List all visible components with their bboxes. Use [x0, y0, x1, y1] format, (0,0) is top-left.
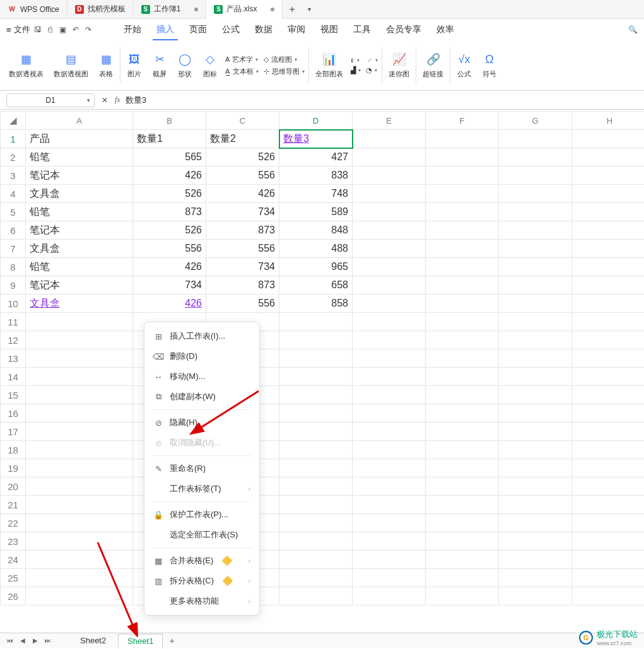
cell-E6[interactable] [353, 221, 426, 240]
row-header-11[interactable]: 11 [1, 313, 26, 331]
cell-G17[interactable] [499, 423, 572, 441]
cell-B2[interactable]: 565 [133, 148, 206, 167]
row-header-3[interactable]: 3 [1, 167, 26, 185]
cancel-icon[interactable]: ✕ [100, 95, 110, 105]
cell-H11[interactable] [572, 313, 645, 331]
cell-H14[interactable] [572, 368, 645, 386]
cell-F14[interactable] [426, 368, 499, 386]
sheet-nav-first[interactable]: ⏮ [5, 636, 15, 646]
cell-D5[interactable]: 589 [279, 203, 353, 221]
cell-F22[interactable] [426, 514, 499, 532]
cell-G14[interactable] [499, 368, 572, 386]
cell-F4[interactable] [426, 185, 499, 203]
row-header-17[interactable]: 17 [1, 423, 26, 441]
app-tab-product[interactable]: S产品.xlsx [206, 0, 283, 19]
cell-H15[interactable] [572, 386, 645, 404]
row-header-15[interactable]: 15 [1, 386, 26, 404]
app-tab-workbook[interactable]: S工作簿1 [134, 0, 207, 19]
ribbon-pivot-table[interactable]: ▦数据透视表 [4, 40, 49, 90]
cell-C6[interactable]: 873 [206, 221, 279, 240]
cell-H2[interactable] [572, 148, 645, 167]
row-header-7[interactable]: 7 [1, 240, 26, 258]
cell-A26[interactable] [26, 587, 133, 605]
menu-data[interactable]: 数据 [249, 21, 279, 38]
cell-F15[interactable] [426, 386, 499, 404]
cell-F25[interactable] [426, 569, 499, 587]
row-header-26[interactable]: 26 [1, 587, 26, 605]
cell-H21[interactable] [572, 496, 645, 514]
cell-D22[interactable] [279, 514, 353, 532]
cell-E23[interactable] [353, 532, 426, 551]
formula-input[interactable]: 数量3 [126, 95, 638, 106]
cell-E7[interactable] [353, 240, 426, 258]
ribbon-charts[interactable]: 📊全部图表 [310, 40, 348, 90]
add-tab-button[interactable]: + [283, 4, 301, 15]
cell-D19[interactable] [279, 459, 353, 477]
cell-F3[interactable] [426, 167, 499, 185]
row-header-10[interactable]: 10 [1, 295, 26, 313]
cell-H18[interactable] [572, 441, 645, 459]
cell-D8[interactable]: 965 [279, 258, 353, 276]
row-header-20[interactable]: 20 [1, 477, 26, 496]
dropdown-icon[interactable]: ▾ [87, 97, 90, 103]
cell-E20[interactable] [353, 477, 426, 496]
cell-H23[interactable] [572, 532, 645, 551]
cell-G8[interactable] [499, 258, 572, 276]
name-box[interactable]: D1▾ [6, 93, 95, 107]
cell-D18[interactable] [279, 441, 353, 459]
cell-G1[interactable] [499, 130, 572, 148]
tab-menu-button[interactable]: ▾ [302, 6, 317, 13]
file-menu[interactable]: ≡文件 [6, 24, 30, 35]
cell-D25[interactable] [279, 569, 353, 587]
menu-formula[interactable]: 公式 [216, 21, 246, 38]
cell-A5[interactable]: 铅笔 [26, 203, 133, 221]
cell-A17[interactable] [26, 423, 133, 441]
cell-G7[interactable] [499, 240, 572, 258]
cell-F20[interactable] [426, 477, 499, 496]
cell-E11[interactable] [353, 313, 426, 331]
cell-H19[interactable] [572, 459, 645, 477]
cell-E3[interactable] [353, 167, 426, 185]
add-sheet-button[interactable]: + [165, 636, 178, 646]
ctx-item-12[interactable]: 选定全部工作表(S) [144, 525, 259, 545]
menu-page[interactable]: 页面 [183, 21, 213, 38]
cell-H10[interactable] [572, 295, 645, 313]
row-header-25[interactable]: 25 [1, 569, 26, 587]
search-icon[interactable]: 🔍 [628, 25, 638, 35]
cell-G10[interactable] [499, 295, 572, 313]
cell-F24[interactable] [426, 551, 499, 569]
cell-F8[interactable] [426, 258, 499, 276]
ctx-item-1[interactable]: ⌫删除(D) [144, 346, 259, 366]
ribbon-pivot-chart[interactable]: ▤数据透视图 [49, 40, 93, 90]
cell-F5[interactable] [426, 203, 499, 221]
cell-E21[interactable] [353, 496, 426, 514]
cell-C1[interactable]: 数量2 [206, 130, 279, 148]
cell-F7[interactable] [426, 240, 499, 258]
cell-E12[interactable] [353, 331, 426, 349]
cell-E24[interactable] [353, 551, 426, 569]
sheet-nav-prev[interactable]: ◀ [18, 636, 28, 646]
cell-F9[interactable] [426, 276, 499, 295]
cell-A22[interactable] [26, 514, 133, 532]
ctx-item-16[interactable]: 更多表格功能› [144, 591, 259, 611]
cell-A18[interactable] [26, 441, 133, 459]
cell-E16[interactable] [353, 404, 426, 423]
menu-tools[interactable]: 工具 [347, 21, 377, 38]
cell-B4[interactable]: 526 [133, 185, 206, 203]
cell-H1[interactable] [572, 130, 645, 148]
ribbon-shapes[interactable]: ◯形状 [172, 40, 197, 90]
cell-H13[interactable] [572, 349, 645, 368]
cell-G26[interactable] [499, 587, 572, 605]
menu-review[interactable]: 审阅 [281, 21, 312, 38]
cell-B7[interactable]: 556 [133, 240, 206, 258]
cell-D15[interactable] [279, 386, 353, 404]
cell-F16[interactable] [426, 404, 499, 423]
row-header-9[interactable]: 9 [1, 276, 26, 295]
cell-D17[interactable] [279, 423, 353, 441]
cell-A2[interactable]: 铅笔 [26, 148, 133, 167]
ribbon-chart-type-1[interactable]: ⫾▾ [348, 56, 363, 64]
cell-C5[interactable]: 734 [206, 203, 279, 221]
cell-G21[interactable] [499, 496, 572, 514]
ctx-item-15[interactable]: ▥拆分表格(C)› [144, 571, 259, 591]
cell-A7[interactable]: 文具盒 [26, 240, 133, 258]
